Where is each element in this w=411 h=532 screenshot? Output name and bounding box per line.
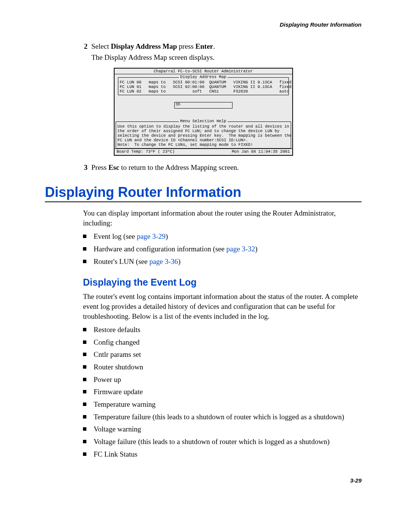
terminal-window: Chaparral FC-to-SCSI Router Administrato… <box>114 68 293 156</box>
list-item: Voltage failure (this leads to a shutdow… <box>83 437 362 447</box>
step-2-text: Select Display Address Map press Enter. <box>91 42 362 52</box>
list-item: Firmware update <box>83 387 362 397</box>
step-2-bold1: Display Address Map <box>111 42 177 50</box>
list-item: Temperature warning <box>83 399 362 409</box>
terminal-sh-field: Sh <box>174 102 233 109</box>
step-3-bold1: Esc <box>108 163 119 171</box>
list-item: Router shutdown <box>83 362 362 372</box>
list-item: Temperature failure (this leads to a shu… <box>83 412 362 422</box>
terminal-footer: Board Temp: 73ºF ( 23ºC) Mon Jan 08 11:0… <box>115 149 292 155</box>
list-item: Power up <box>83 375 362 385</box>
page-link[interactable]: page 3-29 <box>137 232 165 240</box>
terminal-title: Chaparral FC-to-SCSI Router Administrato… <box>115 69 292 75</box>
step-2-mid: press <box>177 42 196 50</box>
heading-1-rule <box>45 201 362 202</box>
page-link[interactable]: page 3-36 <box>149 257 178 265</box>
step-3-pre: Press <box>91 163 108 171</box>
bullet-text: Hardware and configuration information (… <box>94 245 226 253</box>
step-2: 2 Select Display Address Map press Enter… <box>77 42 362 52</box>
menu-selection-help-text: Use this option to display the listing o… <box>118 125 289 147</box>
bullet-text: Event log (see <box>94 232 137 240</box>
heading-1: Displaying Router Information <box>45 184 362 200</box>
step-2-number: 2 <box>77 42 88 52</box>
list-item: Restore defaults <box>83 325 362 335</box>
step-3-post: to return to the Address Mapping screen. <box>119 163 239 171</box>
list-item: Hardware and configuration information (… <box>83 244 362 254</box>
step-2-pre: Select <box>91 42 111 50</box>
bullet-after: ) <box>178 257 180 265</box>
step-3-number: 3 <box>77 163 88 173</box>
display-address-map-title: Display Address Map <box>179 75 228 79</box>
display-address-map-box: Display Address Map FC LUN 00 maps to SC… <box>118 77 289 95</box>
list-item: Cntlr params set <box>83 350 362 359</box>
terminal-footer-right: Mon Jan 08 11:04:35 2001 <box>232 150 290 154</box>
intro-paragraph: You can display important information ab… <box>83 208 362 228</box>
step-2-continuation: The Display Address Map screen displays. <box>91 53 362 62</box>
step-2-bold2: Enter <box>196 42 213 50</box>
step-2-post: . <box>213 42 215 50</box>
step-3-text: Press Esc to return to the Address Mappi… <box>91 163 362 173</box>
step-3: 3 Press Esc to return to the Address Map… <box>77 163 362 173</box>
event-bullet-list: Restore defaults Config changed Cntlr pa… <box>83 325 362 459</box>
eventlog-intro: The router's event log contains importan… <box>83 292 362 321</box>
terminal-sh-text: Sh <box>176 102 181 107</box>
list-item: FC Link Status <box>83 449 362 459</box>
list-item: Voltage warning <box>83 424 362 434</box>
page-link[interactable]: page 3-32 <box>226 245 255 253</box>
running-header: Displaying Router Information <box>45 21 362 28</box>
terminal-screenshot: Chaparral FC-to-SCSI Router Administrato… <box>45 68 362 156</box>
list-item: Router's LUN (see page 3-36) <box>83 257 362 267</box>
bullet-text: Router's LUN (see <box>94 257 149 265</box>
list-item: Event log (see page 3-29) <box>83 232 362 241</box>
intro-bullet-list: Event log (see page 3-29) Hardware and c… <box>83 232 362 266</box>
bullet-after: ) <box>255 245 257 253</box>
bullet-after: ) <box>166 232 168 240</box>
address-map-rows: FC LUN 00 maps to SCSI 00:01:00 QUANTUM … <box>120 80 287 94</box>
terminal-footer-left: Board Temp: 73ºF ( 23ºC) <box>117 150 175 154</box>
menu-selection-help-box: Menu Selection Help Use this option to d… <box>116 121 291 148</box>
page-number: 3-29 <box>45 477 362 484</box>
list-item: Config changed <box>83 337 362 347</box>
heading-2: Displaying the Event Log <box>83 277 362 288</box>
